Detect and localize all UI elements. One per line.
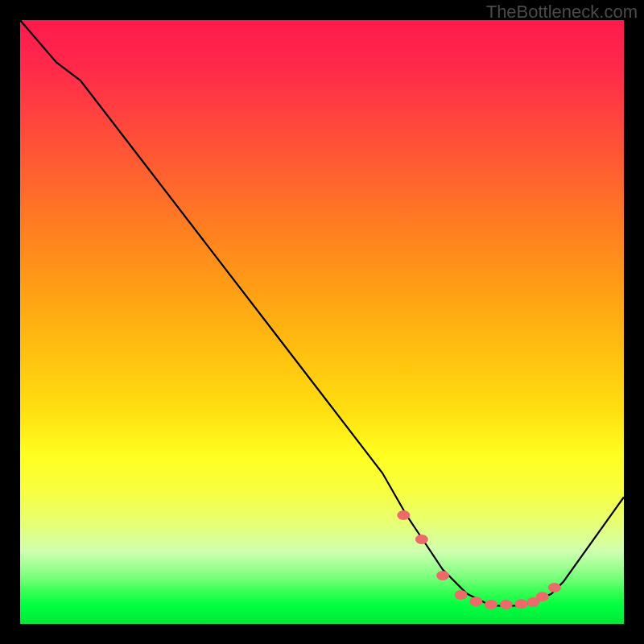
highlight-marker bbox=[500, 600, 513, 609]
highlight-marker bbox=[397, 510, 410, 520]
highlight-marker bbox=[548, 583, 561, 592]
plot-area bbox=[20, 20, 624, 624]
chart-overlay bbox=[20, 20, 624, 624]
highlight-marker bbox=[415, 535, 428, 544]
highlight-marker bbox=[469, 597, 482, 606]
markers-group bbox=[397, 510, 561, 609]
highlight-marker bbox=[455, 590, 468, 600]
highlight-marker bbox=[536, 592, 549, 601]
highlight-marker bbox=[515, 599, 528, 609]
bottleneck-curve bbox=[20, 20, 624, 606]
highlight-marker bbox=[436, 571, 449, 580]
highlight-marker bbox=[485, 600, 497, 609]
watermark-text: TheBottleneck.com bbox=[486, 2, 638, 23]
